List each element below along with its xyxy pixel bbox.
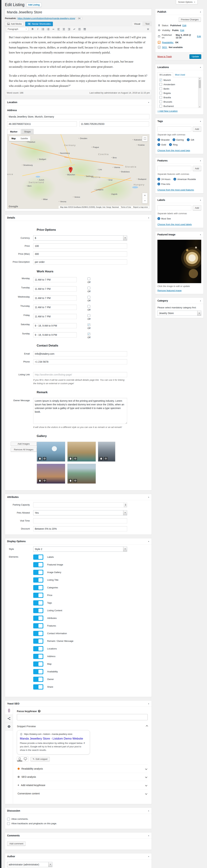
move-image-icon[interactable] — [104, 457, 108, 460]
collapse-icon[interactable]: ▲ — [148, 217, 149, 219]
toggle-features[interactable] — [33, 623, 43, 628]
allow-comments-checkbox[interactable] — [7, 818, 10, 820]
toggle-featured-image[interactable] — [33, 562, 43, 567]
edit-visibility-link[interactable]: Edit — [180, 29, 184, 32]
align-left-icon[interactable] — [56, 27, 61, 31]
editor-content-area[interactable]: But I must explain to you how all this m… — [5, 32, 152, 90]
seo-analysis-row[interactable]: SEO analysis — [17, 773, 148, 781]
toggle-availability[interactable] — [33, 669, 43, 674]
move-image-icon[interactable] — [73, 479, 77, 483]
toggle-remark[interactable] — [33, 639, 43, 644]
map-type-satellite-button[interactable]: Satellite — [18, 136, 30, 141]
nectar-shortcodes-button[interactable]: N Nectar Shortcodes — [25, 22, 53, 26]
readability-link[interactable]: Readability: — [162, 41, 174, 44]
toolbar-toggle-icon[interactable] — [82, 27, 87, 31]
off-checkbox[interactable] — [87, 287, 90, 289]
scrollbar-thumb[interactable] — [199, 80, 201, 88]
gallery-image-parliament[interactable] — [67, 464, 96, 484]
remove-all-images-button[interactable]: Remove All Images — [10, 447, 37, 452]
edit-snippet-button[interactable]: ✎Edit snippet — [30, 757, 50, 761]
featured-image-box-header[interactable]: Featured Image ▲ — [155, 231, 203, 238]
location-box-header[interactable]: Location ▲ — [5, 99, 152, 105]
numbered-list-icon[interactable]: 123 — [46, 27, 51, 31]
collapse-icon[interactable]: ▲ — [148, 101, 149, 103]
mobile-preview-icon[interactable] — [17, 757, 22, 761]
read-more-icon[interactable] — [77, 27, 82, 31]
toggle-labels[interactable] — [33, 555, 43, 560]
location-checkbox[interactable] — [159, 96, 162, 99]
category-select[interactable]: Jewelry Store▼ — [157, 311, 201, 316]
blockquote-icon[interactable] — [51, 27, 56, 31]
remove-tag-icon[interactable] — [169, 143, 172, 146]
gallery-image-trevi-fountain[interactable] — [67, 442, 96, 462]
parking-capacity-input[interactable] — [33, 502, 127, 507]
currency-select[interactable]: $▼ — [33, 236, 127, 241]
location-checkbox[interactable] — [159, 79, 162, 82]
yoast-settings-tab[interactable] — [5, 723, 13, 731]
work-hours-input[interactable] — [33, 296, 77, 301]
collapse-icon[interactable]: ▲ — [148, 810, 149, 812]
remove-feature-icon[interactable] — [174, 178, 176, 181]
add-comment-button[interactable]: Add comment — [7, 841, 26, 846]
labels-input[interactable] — [157, 205, 191, 210]
delete-image-icon[interactable] — [69, 479, 72, 483]
permalink-edit-button[interactable]: OK — [76, 17, 82, 20]
google-map[interactable]: Germany Czechia Austria Switzerland Slov… — [7, 134, 149, 209]
remove-featured-image-link[interactable]: Remove featured image — [157, 289, 182, 292]
off-checkbox[interactable] — [87, 323, 90, 326]
collapse-icon[interactable]: ▲ — [148, 703, 149, 705]
focus-keyphrase-input[interactable] — [17, 714, 148, 720]
toggle-locations[interactable] — [33, 646, 43, 651]
remove-label-icon[interactable] — [157, 217, 160, 220]
zoom-in-icon[interactable] — [142, 193, 148, 198]
visit-time-input[interactable] — [33, 518, 127, 523]
tab-visual[interactable]: Visual — [132, 22, 143, 26]
collapse-icon[interactable]: ▲ — [200, 66, 201, 68]
publish-box-header[interactable]: Publish ▲ — [155, 9, 203, 15]
add-related-keyphrase-row[interactable]: +Add related keyphrase — [17, 781, 148, 789]
italic-icon[interactable]: I — [35, 27, 40, 31]
collapse-icon[interactable]: ▲ — [200, 120, 201, 122]
gallery-image-modern-building[interactable] — [37, 442, 65, 462]
permalink-url[interactable]: https://totalery.com/listdom/listings/ma… — [18, 17, 75, 20]
gallery-image-gothic-cathedral[interactable] — [98, 442, 115, 462]
add-images-button[interactable]: Add Images — [10, 442, 37, 446]
toggle-attributes[interactable] — [33, 616, 43, 621]
features-box-header[interactable]: Features ▲ — [155, 158, 203, 164]
location-checkbox[interactable] — [159, 105, 162, 107]
tags-box-header[interactable]: Tags ▲ — [155, 118, 203, 124]
tags-input[interactable] — [157, 126, 191, 132]
phone-input[interactable] — [33, 359, 127, 364]
remove-tag-icon[interactable] — [173, 138, 175, 141]
collapse-icon[interactable]: ▲ — [200, 300, 201, 302]
work-hours-input[interactable] — [33, 332, 77, 338]
author-select[interactable]: administrator (administrator)▼ — [7, 862, 52, 867]
off-checkbox[interactable] — [87, 296, 90, 299]
add-new-location-link[interactable]: + Add New Location — [157, 110, 178, 112]
details-box-header[interactable]: Details ▲ — [5, 215, 152, 221]
map-marker-icon[interactable] — [68, 167, 73, 174]
toggle-listing-title[interactable] — [33, 578, 43, 583]
paragraph-format-select[interactable]: Paragraph — [6, 27, 28, 31]
latitude-input[interactable] — [7, 121, 77, 127]
location-item[interactable]: Bucharest — [159, 105, 197, 107]
align-right-icon[interactable] — [67, 27, 72, 31]
owner-message-textarea[interactable]: Lorem Ipsum is simply dummy text of the … — [33, 398, 127, 424]
off-checkbox[interactable] — [87, 305, 90, 308]
location-item[interactable]: Brasilia — [159, 96, 197, 99]
remove-tag-icon[interactable] — [157, 138, 160, 141]
collapse-icon[interactable]: ▲ — [200, 199, 201, 201]
add-feature-button[interactable]: Add — [193, 166, 201, 171]
discussion-box-header[interactable]: Discussion ▲ — [5, 808, 152, 814]
align-center-icon[interactable] — [61, 27, 66, 31]
remove-feature-icon[interactable] — [157, 183, 160, 185]
discount-input[interactable] — [33, 526, 127, 531]
off-checkbox[interactable] — [87, 277, 90, 280]
yoast-social-tab[interactable] — [5, 715, 13, 723]
remove-feature-icon[interactable] — [157, 178, 160, 181]
edit-status-link[interactable]: Edit — [182, 24, 186, 27]
add-label-button[interactable]: Add — [193, 205, 201, 210]
location-item[interactable]: Brussels — [159, 100, 197, 103]
work-hours-input[interactable] — [33, 314, 77, 319]
gallery-image-paris-bridge[interactable] — [37, 464, 65, 484]
